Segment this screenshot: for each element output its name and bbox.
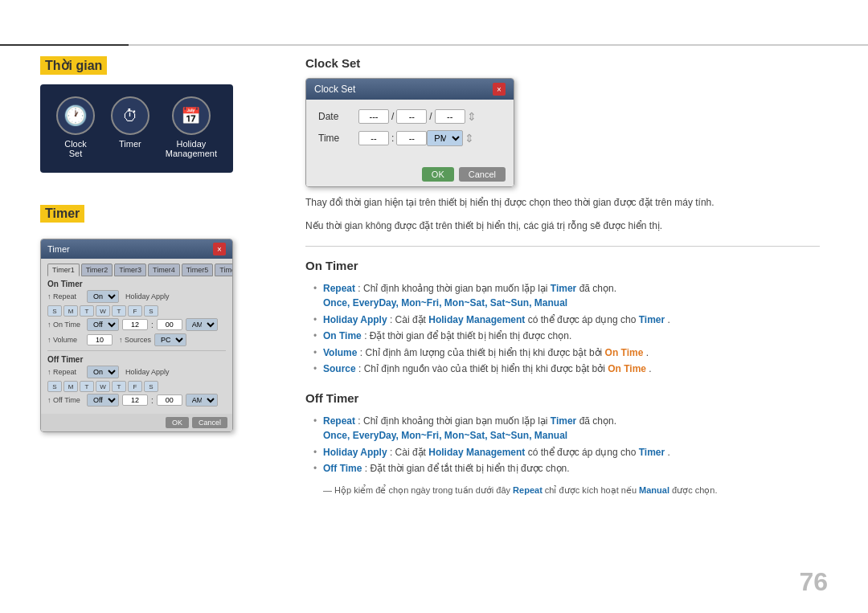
top-divider: [0, 44, 868, 46]
off-day-box-w[interactable]: W: [96, 381, 110, 392]
date-field-2[interactable]: [396, 109, 427, 124]
clock-icon: 🕐: [63, 104, 88, 127]
clock-ok-button[interactable]: OK: [422, 167, 454, 182]
clock-set-dialog-title: Clock Set: [314, 84, 355, 95]
on-repeat-select[interactable]: Once: [87, 290, 119, 303]
time-spinner-icon: ⇕: [465, 132, 474, 145]
date-label: Date: [318, 111, 358, 122]
off-repeat-term: Repeat: [323, 415, 355, 427]
on-timer-right: On Timer Repeat : Chỉ định khoảng thời g…: [305, 259, 820, 377]
menu-item-clock[interactable]: 🕐 Clock Set: [56, 96, 95, 158]
off-holiday-apply-label: Holiday Apply: [125, 368, 170, 376]
day-box-w[interactable]: W: [96, 305, 110, 317]
timer-title: Timer: [40, 205, 84, 223]
holiday-label-line2: Management: [166, 149, 217, 158]
day-box-t1[interactable]: T: [80, 305, 94, 317]
off-repeat-bullet: Repeat : Chỉ định khoảng thời gian bạn m…: [313, 413, 820, 429]
off-day-box-t2[interactable]: T: [112, 381, 126, 392]
off-day-boxes: S M T W T F S: [47, 381, 226, 392]
on-time-select[interactable]: Off: [87, 318, 119, 331]
on-repeat-text2: đã chọn.: [579, 283, 616, 294]
clock-label-line1: Clock: [64, 139, 87, 149]
holiday-label-line1: Holiday: [177, 139, 207, 149]
timer-tab-1[interactable]: Timer1: [47, 264, 80, 276]
date-sep-1: /: [391, 111, 394, 122]
timer-cancel-button[interactable]: Cancel: [192, 417, 227, 428]
timer-titlebar: Timer ×: [41, 239, 232, 259]
menu-item-timer[interactable]: ⏱ Timer: [111, 96, 149, 158]
off-repeat-end: đã chọn.: [579, 415, 616, 427]
off-time-term: Off Time: [323, 463, 362, 474]
off-timer-bullet-list: Repeat : Chỉ định khoảng thời gian bạn m…: [305, 413, 820, 429]
off-holiday-apply-text: : Cài đặt: [390, 447, 428, 458]
on-repeat-term: Repeat: [323, 283, 355, 294]
time-field-min[interactable]: [396, 131, 427, 145]
timer-tabs: Timer1 Timer2 Timer3 Timer4 Timer5 Timer…: [47, 264, 226, 276]
off-day-box-s2[interactable]: S: [144, 381, 158, 392]
off-repeat-select[interactable]: Once: [87, 366, 119, 378]
menu-item-holiday[interactable]: 📅 Holiday Management: [166, 96, 217, 158]
day-box-s2[interactable]: S: [144, 305, 158, 317]
timer-close-button[interactable]: ×: [213, 243, 226, 255]
clock-set-close-button[interactable]: ×: [493, 83, 506, 96]
off-day-box-t1[interactable]: T: [80, 381, 94, 392]
time-label: Time: [318, 133, 358, 144]
off-time-select[interactable]: Off: [87, 394, 119, 407]
day-box-m[interactable]: M: [63, 305, 78, 317]
on-time-min[interactable]: [157, 319, 182, 330]
date-field-1[interactable]: [358, 109, 389, 124]
timer-icon: ⏱: [122, 107, 138, 125]
timer-tab-4[interactable]: Timer4: [148, 264, 180, 276]
sources-select[interactable]: PC: [154, 333, 186, 346]
note-text3: được chọn.: [672, 485, 717, 495]
day-box-s1[interactable]: S: [47, 305, 62, 317]
day-box-t2[interactable]: T: [112, 305, 126, 317]
on-day-boxes: S M T W T F S: [47, 305, 226, 317]
time-ampm-select[interactable]: PM AM: [427, 130, 463, 146]
on-time-hour[interactable]: [122, 319, 148, 330]
on-holiday-apply-text: : Cài đặt: [390, 314, 428, 325]
sources-label: ↑ Sources: [119, 336, 151, 344]
on-volume-end: .: [646, 347, 649, 358]
off-day-box-f[interactable]: F: [128, 381, 142, 392]
time-sep: :: [391, 133, 394, 144]
clock-desc1: Thay đổi thời gian hiện tại trên thiết b…: [305, 195, 820, 210]
off-holiday-timer-ref: Timer: [639, 447, 665, 458]
time-field-hour[interactable]: [358, 131, 389, 145]
clock-set-right: Clock Set Clock Set × Date / / ⇕: [305, 56, 820, 234]
off-time-min[interactable]: [157, 394, 182, 406]
off-repeat-text: : Chỉ định khoảng thời gian bạn muốn lặp…: [358, 415, 550, 427]
volume-input[interactable]: [87, 334, 113, 345]
on-volume-text: : Chỉ định âm lượng của thiết bị hiển th…: [360, 347, 605, 358]
timer-tab-6[interactable]: Timer6: [215, 264, 233, 276]
date-row: Date / / ⇕: [318, 109, 502, 124]
on-timer-bullet-list: Repeat : Chỉ định khoảng thời gian bạn m…: [305, 280, 820, 296]
day-box-f[interactable]: F: [128, 305, 142, 317]
timer-tab-5[interactable]: Timer5: [182, 264, 214, 276]
timer-tab-3[interactable]: Timer3: [114, 264, 146, 276]
timer-ok-button[interactable]: OK: [166, 417, 189, 428]
thoi-gian-menu-box: 🕐 Clock Set ⏱ Timer: [40, 84, 233, 173]
clock-cancel-button[interactable]: Cancel: [459, 167, 506, 182]
note-manual-ref: Manual: [639, 485, 669, 495]
on-holiday-timer-ref: Timer: [639, 314, 665, 325]
date-spinner-icon: ⇕: [467, 110, 477, 123]
clock-set-heading: Clock Set: [305, 56, 820, 70]
on-source-end: .: [649, 363, 651, 374]
thoi-gian-title: Thời gian: [40, 56, 107, 75]
on-holiday-apply-bullet: Holiday Apply : Cài đặt Holiday Manageme…: [313, 312, 820, 328]
on-time-ampm[interactable]: AM: [186, 318, 218, 331]
date-field-3[interactable]: [435, 109, 465, 124]
off-holiday-apply-bullet: Holiday Apply : Cài đặt Holiday Manageme…: [313, 444, 820, 460]
timer-tab-2[interactable]: Timer2: [81, 264, 113, 276]
off-time-row: ↑ Off Time Off : AM: [47, 394, 226, 407]
off-time-ampm[interactable]: AM: [186, 394, 218, 407]
on-repeat-bullet: Repeat : Chỉ định khoảng thời gian bạn m…: [313, 280, 820, 296]
on-volume-bullet: Volume : Chỉ định âm lượng của thiết bị …: [313, 345, 820, 361]
on-repeat-timer-ref: Timer: [551, 283, 576, 294]
off-day-box-s1[interactable]: S: [47, 381, 62, 392]
clock-desc2: Nếu thời gian không được đặt trên thiết …: [305, 219, 820, 234]
off-day-box-m[interactable]: M: [63, 381, 78, 392]
off-time-hour[interactable]: [122, 394, 148, 406]
off-timer-bullet-list-2: Holiday Apply : Cài đặt Holiday Manageme…: [305, 444, 820, 477]
